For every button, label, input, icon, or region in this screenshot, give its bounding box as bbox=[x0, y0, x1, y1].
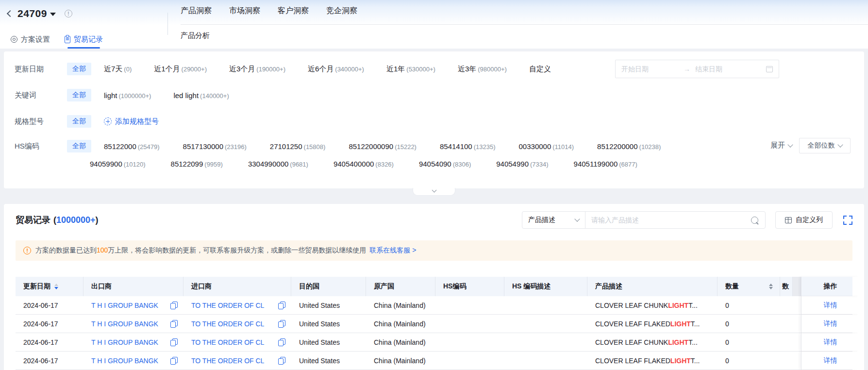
importer-link[interactable]: TO THE ORDER OF CL bbox=[191, 302, 264, 309]
date-option[interactable]: 近1个月(29000+) bbox=[154, 65, 207, 74]
importer-link[interactable]: TO THE ORDER OF CL bbox=[191, 320, 264, 328]
copy-icon[interactable] bbox=[278, 357, 285, 365]
copy-icon[interactable] bbox=[170, 338, 178, 346]
custom-date-option[interactable]: 自定义 bbox=[529, 65, 551, 74]
hs-code-option[interactable]: 85122000090(15222) bbox=[349, 142, 417, 151]
search-type-value: 产品描述 bbox=[528, 216, 555, 224]
date-option[interactable]: 近3年(980000+) bbox=[458, 65, 507, 74]
detail-link[interactable]: 详情 bbox=[824, 301, 837, 310]
exporter-link[interactable]: T H I GROUP BANGK bbox=[91, 302, 158, 309]
hs-code-option[interactable]: 94059900(10120) bbox=[90, 160, 146, 168]
cell-update-date: 2024-06-17 bbox=[16, 333, 83, 351]
cell-origin: China (Mainland) bbox=[366, 352, 435, 370]
fullscreen-icon[interactable] bbox=[843, 216, 852, 225]
hs-code-option[interactable]: 8517130000(23196) bbox=[183, 142, 247, 151]
detail-link[interactable]: 详情 bbox=[824, 320, 837, 328]
copy-icon[interactable] bbox=[278, 338, 285, 346]
detail-link[interactable]: 详情 bbox=[824, 338, 837, 347]
date-range-picker[interactable]: → bbox=[615, 60, 779, 78]
date-option[interactable]: 近1年(530000+) bbox=[386, 65, 435, 74]
cell-action: 详情 bbox=[801, 333, 859, 351]
keyword-highlight: LIGHT bbox=[670, 320, 691, 328]
hs-code-option[interactable]: 8512200000(10238) bbox=[597, 142, 661, 151]
cell-hs-code bbox=[435, 333, 504, 351]
back-icon[interactable] bbox=[7, 10, 14, 17]
exporter-link[interactable]: T H I GROUP BANGK bbox=[91, 338, 158, 346]
date-option[interactable]: 近6个月(340000+) bbox=[308, 65, 364, 74]
search-input[interactable] bbox=[585, 212, 751, 228]
end-date-input[interactable] bbox=[695, 65, 752, 73]
copy-icon[interactable] bbox=[170, 320, 178, 328]
record-count: (1000000+) bbox=[53, 215, 99, 225]
cell-hs-desc bbox=[504, 296, 587, 314]
plan-id[interactable]: 24709 bbox=[17, 8, 47, 19]
update-date-all-badge[interactable]: 全部 bbox=[67, 63, 91, 75]
hs-all-badge[interactable]: 全部 bbox=[67, 140, 91, 152]
hs-code-option[interactable]: 9405400000(8326) bbox=[334, 160, 394, 168]
sort-quantity[interactable] bbox=[769, 284, 773, 289]
search-icon[interactable] bbox=[751, 217, 758, 224]
scrollbar-strip[interactable] bbox=[793, 277, 801, 296]
start-date-input[interactable] bbox=[621, 65, 679, 73]
tab-trade-records[interactable]: 贸易记录 bbox=[65, 30, 103, 49]
hs-code-option[interactable]: 27101250(15808) bbox=[270, 142, 326, 151]
add-spec-button[interactable]: 添加规格型号 bbox=[104, 117, 159, 126]
col-importer: 进口商 bbox=[184, 277, 291, 296]
cell-strip bbox=[793, 296, 801, 314]
copy-icon[interactable] bbox=[170, 302, 178, 309]
cell-origin: China (Mainland) bbox=[366, 333, 435, 351]
copy-icon[interactable] bbox=[170, 357, 178, 365]
contact-support-link[interactable]: 联系在线客服 > bbox=[369, 246, 416, 255]
importer-link[interactable]: TO THE ORDER OF CL bbox=[191, 338, 264, 346]
cell-strip bbox=[793, 315, 801, 333]
tab-product-analysis[interactable]: 产品分析 bbox=[181, 31, 210, 40]
cell-quantity: 0 bbox=[718, 296, 780, 314]
trade-records-panel: 贸易记录 (1000000+) 产品描述 自定义列 ! 方案的数据量已达到100… bbox=[4, 204, 864, 370]
hs-code-option[interactable]: 94051199000(6877) bbox=[574, 160, 637, 168]
hs-code-option[interactable]: 94054090(8306) bbox=[419, 160, 471, 168]
hs-code-option[interactable]: 85122099(9959) bbox=[171, 160, 223, 168]
hs-code-option[interactable]: 00330000(11014) bbox=[519, 142, 574, 151]
detail-link[interactable]: 详情 bbox=[824, 356, 837, 365]
nav-tab[interactable]: 市场洞察 bbox=[229, 6, 260, 16]
calendar-icon[interactable] bbox=[766, 66, 773, 72]
importer-link[interactable]: TO THE ORDER OF CL bbox=[191, 357, 264, 365]
keyword-option[interactable]: led light(140000+) bbox=[173, 91, 229, 100]
copy-icon[interactable] bbox=[278, 320, 285, 328]
copy-icon[interactable] bbox=[278, 302, 285, 309]
table-row: 2024-06-17 T H I GROUP BANGK TO THE ORDE… bbox=[16, 352, 852, 370]
filter-label-hs-code: HS编码 bbox=[15, 142, 67, 151]
spec-all-badge[interactable]: 全部 bbox=[67, 115, 91, 128]
plan-info-icon[interactable]: ! bbox=[65, 10, 72, 17]
digits-select[interactable]: 全部位数 bbox=[799, 138, 851, 153]
hs-code-option[interactable]: 3304990000(9681) bbox=[248, 160, 308, 168]
expand-toggle[interactable]: 展开 bbox=[770, 141, 792, 150]
keyword-highlight: LIGHT bbox=[670, 357, 691, 365]
header-divider bbox=[167, 13, 168, 35]
date-option[interactable]: 近3个月(190000+) bbox=[229, 65, 285, 74]
cell-quantity-unit bbox=[780, 352, 793, 370]
plan-dropdown-caret-icon[interactable] bbox=[50, 13, 56, 16]
date-option[interactable]: 近7天(0) bbox=[104, 65, 132, 74]
cell-origin: China (Mainland) bbox=[366, 315, 435, 333]
customize-columns-button[interactable]: 自定义列 bbox=[775, 211, 833, 229]
cell-update-date: 2024-06-17 bbox=[16, 296, 83, 314]
collapse-filters-button[interactable] bbox=[413, 188, 455, 196]
hs-code-option[interactable]: 85414100(13235) bbox=[440, 142, 496, 151]
nav-tab[interactable]: 竞企洞察 bbox=[326, 6, 357, 16]
hs-code-option[interactable]: 85122000(25479) bbox=[104, 142, 160, 151]
sort-update-date[interactable] bbox=[54, 284, 58, 289]
keyword-all-badge[interactable]: 全部 bbox=[67, 89, 91, 101]
keyword-option[interactable]: light(1000000+) bbox=[104, 91, 151, 100]
nav-tab[interactable]: 产品洞察 bbox=[181, 6, 212, 16]
cell-exporter: T H I GROUP BANGK bbox=[83, 296, 184, 314]
tab-plan-settings[interactable]: 方案设置 bbox=[11, 30, 50, 49]
search-type-select[interactable]: 产品描述 bbox=[522, 212, 585, 228]
table-row: 2024-06-17 T H I GROUP BANGK TO THE ORDE… bbox=[16, 296, 852, 315]
nav-tab[interactable]: 客户洞察 bbox=[278, 6, 309, 16]
hs-code-option[interactable]: 94054990(7334) bbox=[496, 160, 548, 168]
exporter-link[interactable]: T H I GROUP BANGK bbox=[91, 357, 158, 365]
exporter-link[interactable]: T H I GROUP BANGK bbox=[91, 320, 158, 328]
cell-hs-code bbox=[435, 296, 504, 314]
col-exporter: 出口商 bbox=[83, 277, 184, 296]
